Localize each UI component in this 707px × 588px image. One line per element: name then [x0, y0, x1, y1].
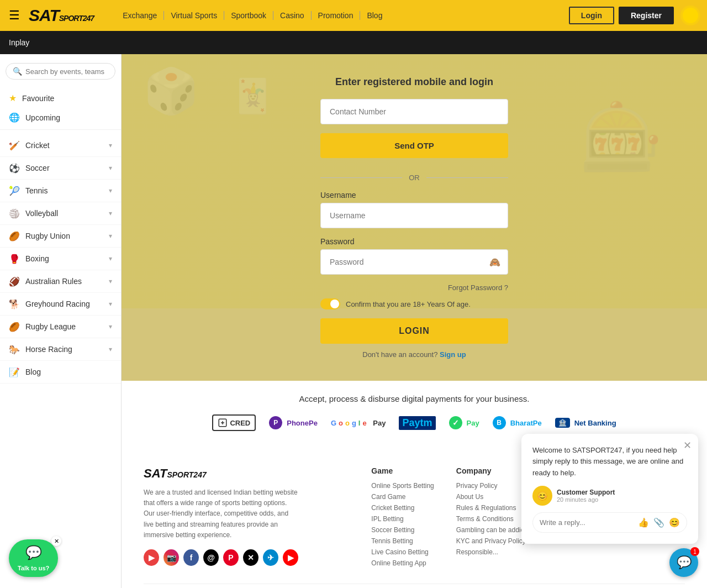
chat-input-row[interactable]: 👍 📎 😊	[532, 512, 687, 533]
sidebar-item-soccer[interactable]: ⚽ Soccer ▾	[0, 157, 121, 180]
age-confirm-row: Confirm that you are 18+ Years Of age.	[320, 298, 508, 309]
chat-bubble-button[interactable]: 💬 1	[669, 548, 698, 577]
age-toggle[interactable]	[320, 298, 340, 309]
search-input[interactable]	[25, 67, 108, 76]
hamburger-icon[interactable]: ☰	[9, 8, 20, 23]
nav-casino[interactable]: Casino	[273, 11, 312, 20]
sidebar-item-blog[interactable]: 📝 Blog	[0, 361, 121, 384]
contact-input[interactable]	[320, 99, 508, 124]
password-wrapper: 🙈	[320, 249, 508, 275]
whatsapp-icon: 💬	[25, 545, 42, 560]
pinterest-icon[interactable]: P	[223, 549, 239, 566]
footer-game-links: Online Sports Betting Card Game Cricket …	[371, 482, 434, 567]
youtube2-icon[interactable]: ▶	[283, 549, 298, 566]
chat-notification-badge: 1	[690, 547, 699, 556]
rugby-union-icon: 🏉	[9, 230, 20, 242]
facebook-icon[interactable]: f	[183, 549, 199, 566]
thumbs-up-icon[interactable]: 👍	[638, 517, 649, 528]
blog-icon: 📝	[9, 366, 20, 377]
tennis-icon: 🎾	[9, 185, 20, 196]
x-twitter-icon[interactable]: ✕	[243, 549, 258, 566]
footer-desc: We are a trusted and licensed Indian bet…	[144, 487, 298, 540]
signup-link[interactable]: Sign up	[440, 350, 466, 359]
sidebar-item-rugby-union[interactable]: 🏉 Rugby Union ▾	[0, 225, 121, 248]
blog-label: Blog	[25, 368, 41, 376]
sidebar-item-greyhound-racing[interactable]: 🐕 Greyhound Racing ▾	[0, 293, 121, 316]
login-form-button[interactable]: LOGIN	[320, 318, 508, 344]
netbanking-label: Net Banking	[574, 419, 616, 427]
login-title: Enter registered mobile and login	[320, 76, 508, 88]
sidebar-item-volleyball[interactable]: 🏐 Volleyball ▾	[0, 202, 121, 225]
sidebar-item-boxing[interactable]: 🥊 Boxing ▾	[0, 248, 121, 270]
footer-link[interactable]: Online Sports Betting	[371, 482, 434, 490]
telegram-icon[interactable]: ✈	[263, 549, 278, 566]
chevron-down-icon: ▾	[109, 300, 112, 308]
sidebar-sports: 🏏 Cricket ▾ ⚽ Soccer ▾ 🎾 Tennis ▾	[0, 130, 121, 384]
password-input[interactable]	[320, 249, 508, 275]
nav-exchange[interactable]: Exchange	[116, 11, 164, 20]
footer-link[interactable]: Card Game	[371, 493, 434, 501]
password-label: Password	[320, 237, 508, 246]
footer-link[interactable]: Live Casino Betting	[371, 548, 434, 556]
sidebar-item-tennis[interactable]: 🎾 Tennis ▾	[0, 180, 121, 202]
nav-blog[interactable]: Blog	[360, 11, 389, 20]
chevron-down-icon: ▾	[109, 323, 112, 330]
emoji-icon[interactable]: 😊	[669, 517, 680, 528]
footer-link[interactable]: IPL Betting	[371, 515, 434, 523]
instagram-icon[interactable]: 📷	[163, 549, 179, 566]
username-label: Username	[320, 191, 508, 200]
chat-close-icon[interactable]: ✕	[683, 439, 692, 452]
footer-link[interactable]: Cricket Betting	[371, 504, 434, 512]
sidebar-item-horse-racing[interactable]: 🐎 Horse Racing ▾	[0, 338, 121, 361]
googlepay-logo: Google Pay	[331, 419, 386, 427]
sidebar-item-favourite[interactable]: ★ Favourite	[0, 88, 121, 108]
sidebar-item-australian-rules[interactable]: 🏈 Australian Rules ▾	[0, 270, 121, 293]
sidebar-item-rugby-league[interactable]: 🏉 Rugby League ▾	[0, 316, 121, 338]
theme-toggle-icon[interactable]	[683, 8, 698, 23]
australian-rules-icon: 🏈	[9, 276, 20, 287]
footer-game-title: Game	[371, 466, 434, 475]
nav-promotion[interactable]: Promotion	[312, 11, 361, 20]
password-toggle-icon[interactable]: 🙈	[489, 257, 500, 267]
chevron-down-icon: ▾	[109, 164, 112, 172]
rugby-union-label: Rugby Union	[25, 232, 70, 240]
header-right: Login Register	[569, 7, 698, 24]
attach-icon[interactable]: 📎	[653, 517, 664, 528]
chat-agent-info: Customer Support 20 minutes ago	[557, 489, 615, 503]
age-confirm-label: Confirm that you are 18+ Years Of age.	[346, 300, 471, 308]
chat-bubble-icon: 💬	[677, 555, 692, 570]
search-box[interactable]: 🔍	[6, 63, 115, 80]
horse-racing-icon: 🐎	[9, 344, 20, 355]
footer-link[interactable]: Tennis Betting	[371, 537, 434, 545]
sidebar-item-cricket[interactable]: 🏏 Cricket ▾	[0, 134, 121, 157]
youtube-icon[interactable]: ▶	[144, 549, 159, 566]
bharatpe-logo: B BharatPe	[493, 416, 542, 429]
forgot-password-link[interactable]: Forgot Password ?	[320, 284, 508, 292]
username-input[interactable]	[320, 203, 508, 228]
nav-sportbook[interactable]: Sportbook	[224, 11, 273, 20]
chat-message: Welcome to SATSPORT247, if you need help…	[532, 445, 687, 479]
sidebar-upcoming-label: Upcoming	[25, 113, 60, 122]
send-otp-button[interactable]: Send OTP	[320, 133, 508, 158]
social-icons: ▶ 📷 f @ P ✕ ✈ ▶	[144, 549, 298, 566]
chat-reply-input[interactable]	[540, 518, 634, 527]
phonepe-label: PhonePe	[287, 419, 318, 427]
threads-icon[interactable]: @	[203, 549, 219, 566]
soccer-label: Soccer	[25, 164, 50, 172]
whatsapp-pay-logo: ✓ Pay	[449, 416, 479, 429]
footer-link[interactable]: Online Betting App	[371, 559, 434, 567]
footer-link[interactable]: Soccer Betting	[371, 526, 434, 534]
chevron-down-icon: ▾	[109, 232, 112, 240]
whatsapp-pay-label: Pay	[467, 419, 479, 427]
chevron-down-icon: ▾	[109, 277, 112, 285]
footer-link[interactable]: Responsible...	[456, 548, 607, 556]
header-left: ☰ SATSPORT247 Exchange Virtual Sports Sp…	[9, 6, 389, 25]
register-button[interactable]: Register	[619, 7, 674, 24]
greyhound-label: Greyhound Racing	[25, 300, 90, 308]
whatsapp-button[interactable]: ✕ 💬 Talk to us?	[9, 539, 58, 577]
greyhound-icon: 🐕	[9, 298, 20, 309]
login-button[interactable]: Login	[569, 7, 614, 24]
sidebar-item-upcoming[interactable]: 🌐 Upcoming	[0, 108, 121, 127]
horse-racing-label: Horse Racing	[25, 345, 72, 354]
nav-virtual-sports[interactable]: Virtual Sports	[164, 11, 224, 20]
